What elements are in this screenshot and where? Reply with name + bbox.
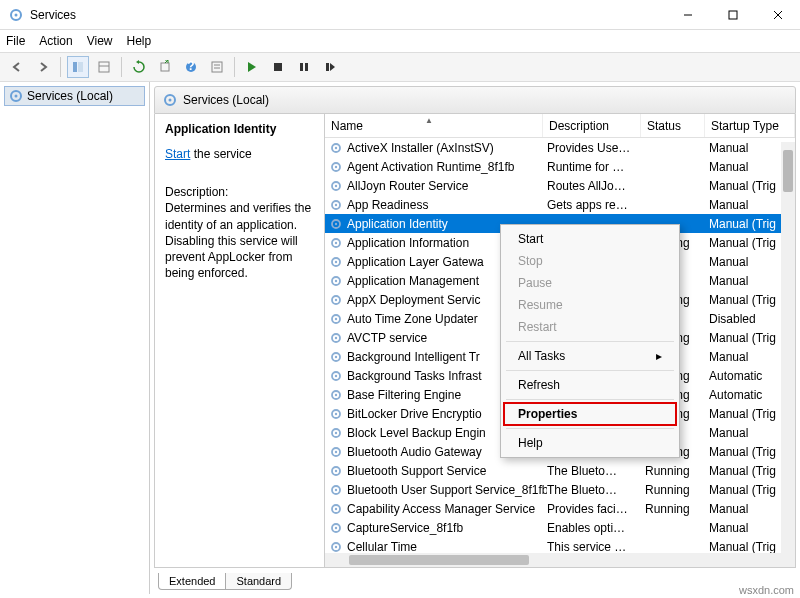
- svg-rect-16: [274, 63, 282, 71]
- detail-pane-button[interactable]: [93, 56, 115, 78]
- menu-view[interactable]: View: [87, 34, 113, 48]
- svg-rect-19: [326, 63, 329, 71]
- service-icon: [329, 407, 343, 421]
- ctx-start[interactable]: Start: [504, 228, 676, 250]
- detail-start-line: Start the service: [165, 146, 314, 162]
- svg-point-1: [15, 13, 18, 16]
- svg-point-35: [335, 241, 337, 243]
- cell-name: CaptureService_8f1fb: [347, 521, 547, 535]
- maximize-button[interactable]: [710, 0, 755, 30]
- horizontal-scrollbar[interactable]: [325, 553, 795, 567]
- table-row[interactable]: Bluetooth Support ServiceThe Blueto…Runn…: [325, 461, 795, 480]
- tree-item-services-local[interactable]: Services (Local): [4, 86, 145, 106]
- detail-description: Determines and verifies the identity of …: [165, 200, 314, 281]
- column-description[interactable]: Description: [543, 114, 641, 137]
- vertical-scrollbar[interactable]: [781, 142, 795, 567]
- svg-point-27: [335, 165, 337, 167]
- cell-description: Enables opti…: [547, 521, 645, 535]
- service-icon: [329, 198, 343, 212]
- sort-indicator-icon: ▲: [425, 116, 433, 125]
- minimize-button[interactable]: [665, 0, 710, 30]
- start-service-link[interactable]: Start: [165, 147, 190, 161]
- ctx-all-tasks[interactable]: All Tasks▸: [504, 345, 676, 367]
- svg-rect-6: [73, 62, 77, 72]
- window-title: Services: [30, 8, 665, 22]
- tab-standard[interactable]: Standard: [226, 573, 292, 590]
- svg-rect-7: [78, 62, 83, 72]
- svg-point-61: [335, 488, 337, 490]
- ctx-restart: Restart: [504, 316, 676, 338]
- service-icon: [329, 179, 343, 193]
- table-row[interactable]: Cellular TimeThis service …Manual (Trig: [325, 537, 795, 553]
- cell-description: Routes AllJo…: [547, 179, 645, 193]
- column-name[interactable]: Name: [325, 114, 543, 137]
- ctx-refresh[interactable]: Refresh: [504, 374, 676, 396]
- scrollbar-thumb[interactable]: [349, 555, 529, 565]
- svg-point-49: [335, 374, 337, 376]
- svg-point-65: [335, 526, 337, 528]
- pause-service-button[interactable]: [293, 56, 315, 78]
- svg-point-67: [335, 545, 337, 547]
- service-icon: [329, 350, 343, 364]
- stop-service-button[interactable]: [267, 56, 289, 78]
- gear-icon: [9, 89, 23, 103]
- menu-help[interactable]: Help: [127, 34, 152, 48]
- ctx-properties[interactable]: Properties: [504, 403, 676, 425]
- start-service-button[interactable]: [241, 56, 263, 78]
- refresh-button[interactable]: [128, 56, 150, 78]
- service-icon: [329, 255, 343, 269]
- view-tabs: Extended Standard: [154, 568, 796, 590]
- service-icon: [329, 483, 343, 497]
- main-header-label: Services (Local): [183, 93, 269, 107]
- menu-action[interactable]: Action: [39, 34, 72, 48]
- svg-rect-18: [305, 63, 308, 71]
- table-row[interactable]: AllJoyn Router ServiceRoutes AllJo…Manua…: [325, 176, 795, 195]
- service-icon: [329, 426, 343, 440]
- menu-bar: File Action View Help: [0, 30, 800, 52]
- service-icon: [329, 217, 343, 231]
- svg-point-45: [335, 336, 337, 338]
- column-startup-type[interactable]: Startup Type: [705, 114, 795, 137]
- cell-name: Cellular Time: [347, 540, 547, 554]
- cell-name: ActiveX Installer (AxInstSV): [347, 141, 547, 155]
- cell-status: Running: [645, 502, 709, 516]
- table-row[interactable]: Agent Activation Runtime_8f1fbRuntime fo…: [325, 157, 795, 176]
- back-button[interactable]: [6, 56, 28, 78]
- detail-title: Application Identity: [165, 122, 314, 136]
- table-row[interactable]: Bluetooth User Support Service_8f1fbThe …: [325, 480, 795, 499]
- svg-point-25: [335, 146, 337, 148]
- scrollbar-thumb[interactable]: [783, 150, 793, 192]
- restart-service-button[interactable]: [319, 56, 341, 78]
- tree-pane: Services (Local): [0, 82, 150, 594]
- table-row[interactable]: App ReadinessGets apps re…Manual: [325, 195, 795, 214]
- cell-description: The Blueto…: [547, 483, 645, 497]
- export-button[interactable]: [154, 56, 176, 78]
- menu-file[interactable]: File: [6, 34, 25, 48]
- svg-rect-3: [729, 11, 737, 19]
- svg-point-33: [335, 222, 337, 224]
- help-button[interactable]: ?: [180, 56, 202, 78]
- svg-point-31: [335, 203, 337, 205]
- forward-button[interactable]: [32, 56, 54, 78]
- column-status[interactable]: Status: [641, 114, 705, 137]
- svg-point-37: [335, 260, 337, 262]
- service-icon: [329, 369, 343, 383]
- properties-button[interactable]: [206, 56, 228, 78]
- ctx-pause: Pause: [504, 272, 676, 294]
- title-bar: Services: [0, 0, 800, 30]
- context-menu: Start Stop Pause Resume Restart All Task…: [500, 224, 680, 458]
- table-row[interactable]: Capability Access Manager ServiceProvide…: [325, 499, 795, 518]
- service-icon: [329, 521, 343, 535]
- close-button[interactable]: [755, 0, 800, 30]
- service-icon: [329, 160, 343, 174]
- table-row[interactable]: ActiveX Installer (AxInstSV)Provides Use…: [325, 138, 795, 157]
- svg-point-29: [335, 184, 337, 186]
- tab-extended[interactable]: Extended: [158, 573, 226, 590]
- service-icon: [329, 388, 343, 402]
- svg-point-57: [335, 450, 337, 452]
- cell-description: Provides Use…: [547, 141, 645, 155]
- cell-description: Gets apps re…: [547, 198, 645, 212]
- show-hide-tree-button[interactable]: [67, 56, 89, 78]
- table-row[interactable]: CaptureService_8f1fbEnables opti…Manual: [325, 518, 795, 537]
- ctx-help[interactable]: Help: [504, 432, 676, 454]
